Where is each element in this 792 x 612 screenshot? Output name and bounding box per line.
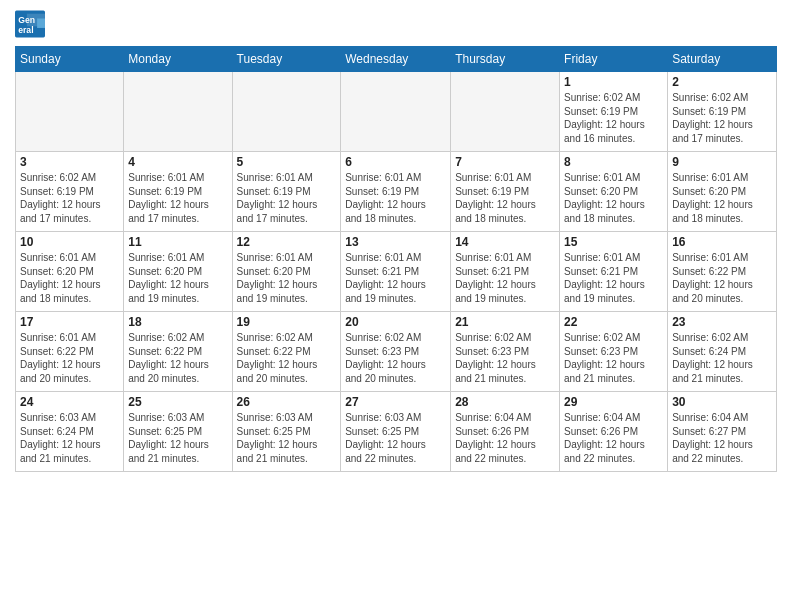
day-info: Sunrise: 6:01 AMSunset: 6:20 PMDaylight:… bbox=[20, 251, 119, 305]
day-number: 23 bbox=[672, 315, 772, 329]
day-number: 8 bbox=[564, 155, 663, 169]
day-number: 22 bbox=[564, 315, 663, 329]
calendar-table: SundayMondayTuesdayWednesdayThursdayFrid… bbox=[15, 46, 777, 472]
calendar-header-row: SundayMondayTuesdayWednesdayThursdayFrid… bbox=[16, 47, 777, 72]
calendar-cell: 9Sunrise: 6:01 AMSunset: 6:20 PMDaylight… bbox=[668, 152, 777, 232]
day-info: Sunrise: 6:01 AMSunset: 6:21 PMDaylight:… bbox=[455, 251, 555, 305]
calendar-cell: 18Sunrise: 6:02 AMSunset: 6:22 PMDayligh… bbox=[124, 312, 232, 392]
day-number: 28 bbox=[455, 395, 555, 409]
day-info: Sunrise: 6:03 AMSunset: 6:25 PMDaylight:… bbox=[345, 411, 446, 465]
day-info: Sunrise: 6:01 AMSunset: 6:20 PMDaylight:… bbox=[672, 171, 772, 225]
day-number: 29 bbox=[564, 395, 663, 409]
calendar-cell: 2Sunrise: 6:02 AMSunset: 6:19 PMDaylight… bbox=[668, 72, 777, 152]
calendar-cell bbox=[451, 72, 560, 152]
day-number: 2 bbox=[672, 75, 772, 89]
day-number: 11 bbox=[128, 235, 227, 249]
calendar-cell bbox=[341, 72, 451, 152]
calendar-cell: 11Sunrise: 6:01 AMSunset: 6:20 PMDayligh… bbox=[124, 232, 232, 312]
day-number: 7 bbox=[455, 155, 555, 169]
calendar-cell: 23Sunrise: 6:02 AMSunset: 6:24 PMDayligh… bbox=[668, 312, 777, 392]
day-info: Sunrise: 6:02 AMSunset: 6:19 PMDaylight:… bbox=[564, 91, 663, 145]
calendar-cell: 1Sunrise: 6:02 AMSunset: 6:19 PMDaylight… bbox=[560, 72, 668, 152]
calendar-cell: 30Sunrise: 6:04 AMSunset: 6:27 PMDayligh… bbox=[668, 392, 777, 472]
day-header-wednesday: Wednesday bbox=[341, 47, 451, 72]
day-header-sunday: Sunday bbox=[16, 47, 124, 72]
calendar-cell: 15Sunrise: 6:01 AMSunset: 6:21 PMDayligh… bbox=[560, 232, 668, 312]
calendar-cell: 3Sunrise: 6:02 AMSunset: 6:19 PMDaylight… bbox=[16, 152, 124, 232]
calendar-cell: 21Sunrise: 6:02 AMSunset: 6:23 PMDayligh… bbox=[451, 312, 560, 392]
day-number: 25 bbox=[128, 395, 227, 409]
logo: Gen eral bbox=[15, 10, 49, 38]
day-info: Sunrise: 6:03 AMSunset: 6:25 PMDaylight:… bbox=[237, 411, 337, 465]
day-info: Sunrise: 6:02 AMSunset: 6:22 PMDaylight:… bbox=[237, 331, 337, 385]
day-info: Sunrise: 6:01 AMSunset: 6:20 PMDaylight:… bbox=[564, 171, 663, 225]
day-info: Sunrise: 6:02 AMSunset: 6:22 PMDaylight:… bbox=[128, 331, 227, 385]
day-header-thursday: Thursday bbox=[451, 47, 560, 72]
calendar-cell: 19Sunrise: 6:02 AMSunset: 6:22 PMDayligh… bbox=[232, 312, 341, 392]
svg-text:Gen: Gen bbox=[18, 15, 35, 25]
day-info: Sunrise: 6:01 AMSunset: 6:20 PMDaylight:… bbox=[128, 251, 227, 305]
day-info: Sunrise: 6:02 AMSunset: 6:23 PMDaylight:… bbox=[455, 331, 555, 385]
calendar-week-row: 17Sunrise: 6:01 AMSunset: 6:22 PMDayligh… bbox=[16, 312, 777, 392]
calendar-cell: 28Sunrise: 6:04 AMSunset: 6:26 PMDayligh… bbox=[451, 392, 560, 472]
day-info: Sunrise: 6:01 AMSunset: 6:19 PMDaylight:… bbox=[345, 171, 446, 225]
day-number: 3 bbox=[20, 155, 119, 169]
day-number: 14 bbox=[455, 235, 555, 249]
day-number: 27 bbox=[345, 395, 446, 409]
calendar-cell: 27Sunrise: 6:03 AMSunset: 6:25 PMDayligh… bbox=[341, 392, 451, 472]
page: Gen eral SundayMondayTuesdayWednesdayThu… bbox=[0, 0, 792, 482]
calendar-cell: 17Sunrise: 6:01 AMSunset: 6:22 PMDayligh… bbox=[16, 312, 124, 392]
day-info: Sunrise: 6:02 AMSunset: 6:23 PMDaylight:… bbox=[564, 331, 663, 385]
day-number: 19 bbox=[237, 315, 337, 329]
day-number: 18 bbox=[128, 315, 227, 329]
calendar-cell: 20Sunrise: 6:02 AMSunset: 6:23 PMDayligh… bbox=[341, 312, 451, 392]
day-info: Sunrise: 6:03 AMSunset: 6:24 PMDaylight:… bbox=[20, 411, 119, 465]
day-number: 13 bbox=[345, 235, 446, 249]
calendar-cell: 16Sunrise: 6:01 AMSunset: 6:22 PMDayligh… bbox=[668, 232, 777, 312]
day-info: Sunrise: 6:02 AMSunset: 6:23 PMDaylight:… bbox=[345, 331, 446, 385]
day-number: 5 bbox=[237, 155, 337, 169]
day-info: Sunrise: 6:01 AMSunset: 6:22 PMDaylight:… bbox=[672, 251, 772, 305]
calendar-cell: 22Sunrise: 6:02 AMSunset: 6:23 PMDayligh… bbox=[560, 312, 668, 392]
day-info: Sunrise: 6:01 AMSunset: 6:19 PMDaylight:… bbox=[128, 171, 227, 225]
calendar-cell: 29Sunrise: 6:04 AMSunset: 6:26 PMDayligh… bbox=[560, 392, 668, 472]
calendar-week-row: 24Sunrise: 6:03 AMSunset: 6:24 PMDayligh… bbox=[16, 392, 777, 472]
calendar-week-row: 10Sunrise: 6:01 AMSunset: 6:20 PMDayligh… bbox=[16, 232, 777, 312]
day-info: Sunrise: 6:02 AMSunset: 6:24 PMDaylight:… bbox=[672, 331, 772, 385]
day-info: Sunrise: 6:01 AMSunset: 6:22 PMDaylight:… bbox=[20, 331, 119, 385]
day-number: 9 bbox=[672, 155, 772, 169]
logo-icon: Gen eral bbox=[15, 10, 45, 38]
calendar-cell bbox=[124, 72, 232, 152]
svg-text:eral: eral bbox=[18, 25, 33, 35]
day-header-friday: Friday bbox=[560, 47, 668, 72]
day-info: Sunrise: 6:01 AMSunset: 6:19 PMDaylight:… bbox=[455, 171, 555, 225]
calendar-cell: 14Sunrise: 6:01 AMSunset: 6:21 PMDayligh… bbox=[451, 232, 560, 312]
day-info: Sunrise: 6:02 AMSunset: 6:19 PMDaylight:… bbox=[20, 171, 119, 225]
day-number: 15 bbox=[564, 235, 663, 249]
day-header-monday: Monday bbox=[124, 47, 232, 72]
calendar-week-row: 1Sunrise: 6:02 AMSunset: 6:19 PMDaylight… bbox=[16, 72, 777, 152]
calendar-cell: 4Sunrise: 6:01 AMSunset: 6:19 PMDaylight… bbox=[124, 152, 232, 232]
calendar-cell: 7Sunrise: 6:01 AMSunset: 6:19 PMDaylight… bbox=[451, 152, 560, 232]
day-number: 10 bbox=[20, 235, 119, 249]
calendar-cell: 10Sunrise: 6:01 AMSunset: 6:20 PMDayligh… bbox=[16, 232, 124, 312]
day-number: 24 bbox=[20, 395, 119, 409]
day-info: Sunrise: 6:02 AMSunset: 6:19 PMDaylight:… bbox=[672, 91, 772, 145]
day-number: 30 bbox=[672, 395, 772, 409]
day-info: Sunrise: 6:01 AMSunset: 6:21 PMDaylight:… bbox=[345, 251, 446, 305]
day-number: 17 bbox=[20, 315, 119, 329]
calendar-cell: 12Sunrise: 6:01 AMSunset: 6:20 PMDayligh… bbox=[232, 232, 341, 312]
calendar-cell: 6Sunrise: 6:01 AMSunset: 6:19 PMDaylight… bbox=[341, 152, 451, 232]
calendar-cell bbox=[16, 72, 124, 152]
day-info: Sunrise: 6:01 AMSunset: 6:21 PMDaylight:… bbox=[564, 251, 663, 305]
day-info: Sunrise: 6:01 AMSunset: 6:19 PMDaylight:… bbox=[237, 171, 337, 225]
day-header-tuesday: Tuesday bbox=[232, 47, 341, 72]
day-number: 6 bbox=[345, 155, 446, 169]
day-number: 26 bbox=[237, 395, 337, 409]
day-number: 1 bbox=[564, 75, 663, 89]
calendar-cell: 25Sunrise: 6:03 AMSunset: 6:25 PMDayligh… bbox=[124, 392, 232, 472]
day-info: Sunrise: 6:04 AMSunset: 6:26 PMDaylight:… bbox=[455, 411, 555, 465]
svg-marker-4 bbox=[37, 18, 45, 27]
calendar-cell: 8Sunrise: 6:01 AMSunset: 6:20 PMDaylight… bbox=[560, 152, 668, 232]
day-info: Sunrise: 6:01 AMSunset: 6:20 PMDaylight:… bbox=[237, 251, 337, 305]
